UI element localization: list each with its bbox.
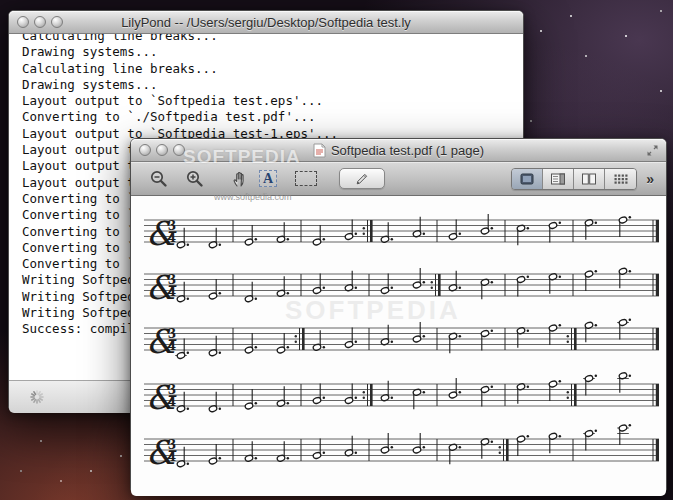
hand-icon	[231, 170, 249, 188]
two-pages-icon	[581, 173, 597, 185]
terminal-window-controls	[17, 16, 68, 28]
single-page-icon	[519, 173, 535, 185]
pencil-icon	[354, 171, 370, 187]
move-tool-button[interactable]	[231, 170, 249, 188]
fullscreen-button[interactable]	[646, 144, 659, 157]
letter-a-icon: A	[259, 170, 277, 187]
zoom-button[interactable]	[51, 16, 63, 28]
magnifier-plus-icon	[185, 169, 205, 189]
zoom-button[interactable]	[173, 144, 185, 156]
sheet-music: &34&34&34&34&34	[131, 196, 666, 496]
zoom-in-button[interactable]	[185, 169, 205, 189]
view-mode-segmented-control	[511, 168, 637, 190]
svg-text:4: 4	[168, 395, 176, 409]
preview-window: Softpedia test.pdf (1 page)	[130, 138, 667, 494]
starfield	[0, 0, 2, 2]
dashed-rect-icon	[295, 171, 317, 186]
svg-text:4: 4	[168, 231, 176, 245]
view-contact-sheet-button[interactable]	[605, 169, 636, 189]
terminal-title: LilyPond -- /Users/sergiu/Desktop/Softpe…	[121, 15, 411, 30]
view-content-button[interactable]	[512, 169, 543, 189]
sidebar-thumbnails-icon	[550, 173, 566, 185]
progress-spinner-icon	[29, 389, 45, 405]
terminal-line: Drawing systems...	[22, 77, 523, 93]
contact-sheet-grid-icon	[613, 173, 629, 185]
svg-text:4: 4	[168, 285, 176, 299]
preview-toolbar: A	[131, 162, 666, 196]
terminal-line: Calculating line breaks...	[22, 34, 523, 44]
preview-window-controls	[139, 144, 190, 156]
preview-titlebar[interactable]: Softpedia test.pdf (1 page)	[131, 139, 666, 162]
close-button[interactable]	[139, 144, 151, 156]
view-thumbnails-button[interactable]	[543, 169, 574, 189]
desktop: LilyPond -- /Users/sergiu/Desktop/Softpe…	[0, 0, 673, 500]
view-two-pages-button[interactable]	[574, 169, 605, 189]
pdf-document-icon	[313, 143, 326, 158]
svg-text:4: 4	[168, 450, 176, 464]
terminal-titlebar[interactable]: LilyPond -- /Users/sergiu/Desktop/Softpe…	[9, 11, 523, 34]
terminal-line: Drawing systems...	[22, 44, 523, 60]
close-button[interactable]	[17, 16, 29, 28]
annotate-button[interactable]	[339, 168, 385, 189]
terminal-line: Calculating line breaks...	[22, 61, 523, 77]
svg-text:4: 4	[168, 339, 176, 353]
toolbar-overflow-button[interactable]: »	[646, 171, 654, 187]
preview-title: Softpedia test.pdf (1 page)	[331, 143, 484, 158]
pdf-page-canvas[interactable]: &34&34&34&34&34	[131, 196, 666, 496]
minimize-button[interactable]	[34, 16, 46, 28]
terminal-line: Converting to `./Softpedia test.pdf'...	[22, 109, 523, 125]
text-tool-button[interactable]: A	[259, 170, 277, 187]
zoom-out-button[interactable]	[149, 169, 169, 189]
terminal-line: Layout output to `Softpedia test.eps'...	[22, 93, 523, 109]
magnifier-minus-icon	[149, 169, 169, 189]
select-tool-button[interactable]	[295, 171, 317, 186]
minimize-button[interactable]	[156, 144, 168, 156]
